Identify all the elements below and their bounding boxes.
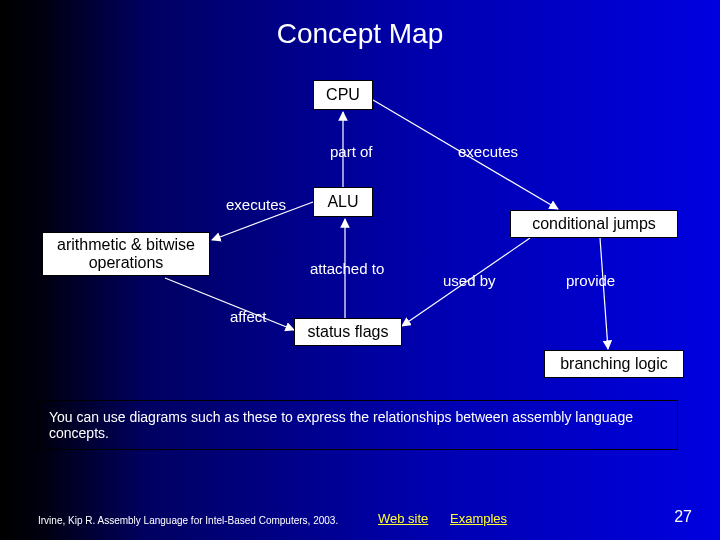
edge-label-executes-left: executes bbox=[226, 196, 286, 213]
page-number: 27 bbox=[674, 508, 692, 526]
node-abops-line2: operations bbox=[89, 254, 164, 272]
svg-line-5 bbox=[600, 238, 608, 349]
node-abops-line1: arithmetic & bitwise bbox=[57, 236, 195, 254]
citation-text: Irvine, Kip R. Assembly Language for Int… bbox=[38, 515, 338, 526]
node-branching-logic: branching logic bbox=[544, 350, 684, 378]
note-box: You can use diagrams such as these to ex… bbox=[38, 400, 678, 450]
edge-label-provide: provide bbox=[566, 272, 615, 289]
node-arithmetic-bitwise-ops: arithmetic & bitwise operations bbox=[42, 232, 210, 276]
node-conditional-jumps: conditional jumps bbox=[510, 210, 678, 238]
edge-label-part-of: part of bbox=[330, 143, 373, 160]
node-cpu: CPU bbox=[313, 80, 373, 110]
examples-link[interactable]: Examples bbox=[450, 511, 507, 526]
node-alu: ALU bbox=[313, 187, 373, 217]
website-link[interactable]: Web site bbox=[378, 511, 428, 526]
footer: Irvine, Kip R. Assembly Language for Int… bbox=[0, 504, 720, 526]
edge-label-executes-right: executes bbox=[458, 143, 518, 160]
edge-label-affect: affect bbox=[230, 308, 266, 325]
node-status-flags: status flags bbox=[294, 318, 402, 346]
page-title: Concept Map bbox=[0, 18, 720, 50]
edge-label-attached-to: attached to bbox=[310, 260, 384, 277]
edge-label-used-by: used by bbox=[443, 272, 496, 289]
